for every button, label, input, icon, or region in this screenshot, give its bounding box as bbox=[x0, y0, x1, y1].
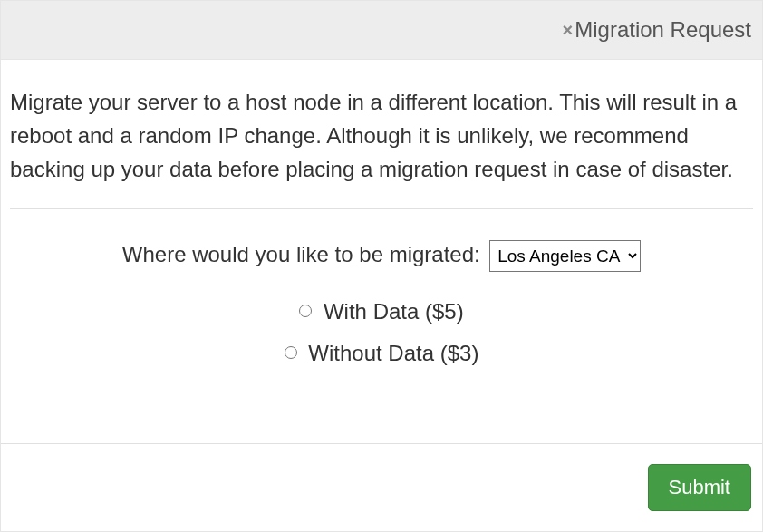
without-data-radio[interactable] bbox=[285, 346, 297, 359]
modal-title: Migration Request bbox=[575, 17, 751, 43]
migration-request-modal: × Migration Request Migrate your server … bbox=[0, 0, 763, 532]
submit-button[interactable]: Submit bbox=[648, 464, 751, 511]
location-select[interactable]: Los Angeles CA bbox=[489, 240, 641, 272]
migration-description: Migrate your server to a host node in a … bbox=[10, 85, 753, 187]
location-row: Where would you like to be migrated: Los… bbox=[10, 240, 753, 272]
with-data-radio[interactable] bbox=[299, 305, 312, 317]
with-data-text: With Data ($5) bbox=[324, 299, 464, 324]
with-data-label[interactable]: With Data ($5) bbox=[299, 299, 463, 324]
location-prompt-label: Where would you like to be migrated: bbox=[122, 242, 480, 266]
without-data-text: Without Data ($3) bbox=[308, 341, 478, 365]
without-data-label[interactable]: Without Data ($3) bbox=[285, 341, 479, 365]
modal-footer: Submit bbox=[1, 443, 762, 531]
without-data-row: Without Data ($3) bbox=[10, 341, 753, 366]
close-icon[interactable]: × bbox=[563, 21, 574, 39]
with-data-row: With Data ($5) bbox=[10, 299, 753, 324]
modal-header: × Migration Request bbox=[1, 1, 762, 60]
modal-body: Migrate your server to a host node in a … bbox=[1, 60, 762, 443]
divider bbox=[10, 208, 753, 209]
